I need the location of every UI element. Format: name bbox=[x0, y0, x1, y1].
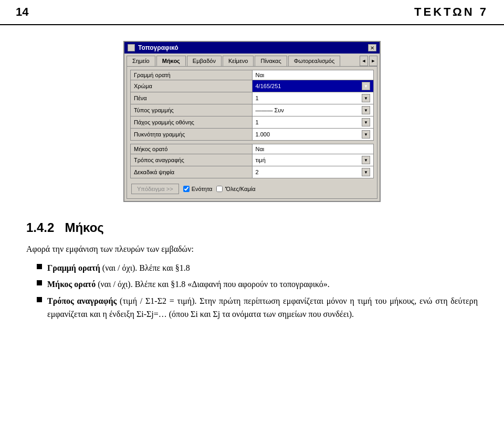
prop-value-typos[interactable]: ——— Συν ▼ bbox=[252, 104, 374, 116]
bullet-3-icon bbox=[37, 297, 42, 302]
entity-checkbox-container: Ενότητα bbox=[183, 186, 213, 192]
xroma-value-container: 4/165/251 ▼ bbox=[256, 82, 371, 90]
bullet-1-rest: (ναι / όχι). Βλέπε και §1.8 bbox=[102, 263, 190, 272]
pyknot-dropdown-btn[interactable]: ▼ bbox=[362, 130, 370, 139]
preview-button[interactable]: Υπόδειγμα >> bbox=[131, 184, 179, 194]
bullet-3-text: Τρόπος αναγραφής (τιμή / Σ1-Σ2 = τιμή). … bbox=[47, 294, 478, 321]
paxos-value-text: 1 bbox=[256, 119, 259, 125]
pyknot-value-text: 1.000 bbox=[256, 131, 270, 137]
prop-label-grammiorati: Γραμμή ορατή bbox=[131, 70, 253, 80]
tab-keimeno[interactable]: Κείμενο bbox=[223, 56, 254, 66]
dialog-titlebar: Τοπογραφικό ✕ bbox=[124, 42, 380, 54]
all-checkbox-container: 'Όλες/Καμία bbox=[216, 186, 255, 192]
bullet-1-icon bbox=[37, 264, 42, 269]
dialog-window: Τοπογραφικό ✕ Σημείο Μήκος Εμβαδόν Κείμε… bbox=[123, 41, 381, 202]
prop-row-typos: Τύπος γραμμής ——— Συν ▼ bbox=[131, 104, 374, 116]
pena-value-text: 1 bbox=[256, 95, 259, 101]
page-title: ΤΕΚΤΩΝ 7 bbox=[414, 5, 488, 19]
xroma-value-text: 4/165/251 bbox=[256, 83, 281, 89]
prop-value-dekadika[interactable]: 2 ▼ bbox=[252, 166, 374, 178]
entity-checkbox-label: Ενότητα bbox=[192, 186, 213, 192]
page-header: 14 ΤΕΚΤΩΝ 7 bbox=[0, 0, 504, 25]
dekadika-dropdown-btn[interactable]: ▼ bbox=[362, 168, 370, 176]
dialog-title: Τοπογραφικό bbox=[138, 44, 178, 51]
properties-table-1: Γραμμή ορατή Ναι Χρώμα 4/165/251 ▼ bbox=[130, 70, 374, 141]
prop-row-xroma: Χρώμα 4/165/251 ▼ bbox=[131, 80, 374, 92]
bullet-2-icon bbox=[37, 280, 42, 285]
pena-dropdown-btn[interactable]: ▼ bbox=[362, 94, 370, 102]
typos-dropdown-btn[interactable]: ▼ bbox=[362, 106, 370, 114]
prop-label-pena: Πένα bbox=[131, 92, 253, 104]
prop-value-grammiorati: Ναι bbox=[252, 70, 374, 80]
dialog-titlebar-icon bbox=[128, 44, 135, 51]
bullet-1: Γραμμή ορατή (ναι / όχι). Βλέπε και §1.8 bbox=[37, 261, 478, 275]
section-number: 1.4.2 bbox=[26, 220, 54, 235]
prop-row-dekadika: Δεκαδικά ψηφία 2 ▼ bbox=[131, 166, 374, 178]
prop-label-pyknot: Πυκνότητα γραμμής bbox=[131, 129, 253, 141]
dialog-close-button[interactable]: ✕ bbox=[368, 44, 376, 51]
bullet-3-bold: Τρόπος αναγραφής bbox=[47, 296, 117, 305]
prop-value-pyknot[interactable]: 1.000 ▼ bbox=[252, 129, 374, 141]
entity-checkbox[interactable] bbox=[183, 186, 190, 192]
prop-row-pyknot: Πυκνότητα γραμμής 1.000 ▼ bbox=[131, 129, 374, 141]
prop-row-tropos: Τρόπος αναγραφής τιμή ▼ bbox=[131, 154, 374, 166]
dialog-footer: Υπόδειγμα >> Ενότητα 'Όλες/Καμία bbox=[130, 182, 374, 195]
prop-value-pena[interactable]: 1 ▼ bbox=[252, 92, 374, 104]
dialog-titlebar-text: Τοπογραφικό bbox=[128, 44, 178, 51]
tropos-dropdown-btn[interactable]: ▼ bbox=[362, 156, 370, 164]
page-number: 14 bbox=[16, 5, 28, 19]
prop-row-mikos-orato: Μήκος ορατό Ναι bbox=[131, 144, 374, 154]
tab-prev-arrow[interactable]: ◄ bbox=[360, 56, 368, 66]
section-title: Μήκος bbox=[65, 220, 103, 235]
prop-row-grammiorати: Γραμμή ορατή Ναι bbox=[131, 70, 374, 80]
all-checkbox[interactable] bbox=[216, 186, 223, 192]
dialog-container: Τοπογραφικό ✕ Σημείο Μήκος Εμβαδόν Κείμε… bbox=[26, 41, 478, 202]
bullet-2-text: Μήκος ορατό (ναι / όχι). Βλέπε και §1.8 … bbox=[47, 278, 330, 291]
prop-label-dekadika: Δεκαδικά ψηφία bbox=[131, 166, 253, 178]
prop-label-tropos: Τρόπος αναγραφής bbox=[131, 154, 253, 166]
dekadika-value-container: 2 ▼ bbox=[256, 168, 371, 176]
typos-value-container: ——— Συν ▼ bbox=[256, 106, 371, 114]
tab-simeio[interactable]: Σημείο bbox=[127, 56, 155, 66]
tropos-value-text: τιμή bbox=[256, 157, 266, 163]
prop-label-xroma: Χρώμα bbox=[131, 80, 253, 92]
bullet-1-text: Γραμμή ορατή (ναι / όχι). Βλέπε και §1.8 bbox=[47, 261, 190, 275]
tropos-value-container: τιμή ▼ bbox=[256, 156, 371, 164]
paxos-value-container: 1 ▼ bbox=[256, 118, 371, 126]
xroma-dropdown-btn[interactable]: ▼ bbox=[362, 82, 370, 90]
intro-paragraph: Αφορά την εμφάνιση των πλευρών των εμβαδ… bbox=[26, 242, 478, 256]
prop-label-mikos-orato: Μήκος ορατό bbox=[131, 144, 253, 154]
prop-value-tropos[interactable]: τιμή ▼ bbox=[252, 154, 374, 166]
bullet-list: Γραμμή ορατή (ναι / όχι). Βλέπε και §1.8… bbox=[26, 261, 478, 321]
bullet-3: Τρόπος αναγραφής (τιμή / Σ1-Σ2 = τιμή). … bbox=[37, 294, 478, 321]
prop-value-xroma[interactable]: 4/165/251 ▼ bbox=[252, 80, 374, 92]
paxos-dropdown-btn[interactable]: ▼ bbox=[362, 118, 370, 126]
prop-row-pena: Πένα 1 ▼ bbox=[131, 92, 374, 104]
bullet-1-bold: Γραμμή ορατή bbox=[47, 263, 100, 272]
pyknot-value-container: 1.000 ▼ bbox=[256, 130, 371, 139]
tab-navigation: ◄ ► bbox=[360, 56, 377, 66]
prop-label-typos: Τύπος γραμμής bbox=[131, 104, 253, 116]
tab-fwtorealismos[interactable]: Φωτορεαλισμός bbox=[288, 56, 341, 66]
bullet-2-bold: Μήκος ορατό bbox=[47, 280, 96, 289]
properties-table-2: Μήκος ορατό Ναι Τρόπος αναγραφής τιμή ▼ bbox=[130, 144, 374, 178]
tab-next-arrow[interactable]: ► bbox=[369, 56, 377, 66]
tab-pinakas[interactable]: Πίνακας bbox=[255, 56, 287, 66]
prop-row-paxos: Πάχος γραμμής οθόνης 1 ▼ bbox=[131, 116, 374, 129]
pena-value-container: 1 ▼ bbox=[256, 94, 371, 102]
dialog-body: Γραμμή ορατή Ναι Χρώμα 4/165/251 ▼ bbox=[127, 66, 377, 199]
dialog-tabs: Σημείο Μήκος Εμβαδόν Κείμενο Πίνακας Φωτ… bbox=[124, 54, 380, 66]
typos-value-text: ——— Συν bbox=[256, 107, 284, 113]
tab-emvadon[interactable]: Εμβαδόν bbox=[187, 56, 222, 66]
main-content: Τοπογραφικό ✕ Σημείο Μήκος Εμβαδόν Κείμε… bbox=[0, 25, 504, 342]
bullet-2: Μήκος ορατό (ναι / όχι). Βλέπε και §1.8 … bbox=[37, 278, 478, 291]
dekadika-value-text: 2 bbox=[256, 169, 259, 175]
bullet-2-rest: (ναι / όχι). Βλέπε και §1.8 «Διαφανή που… bbox=[98, 280, 330, 289]
prop-label-paxos: Πάχος γραμμής οθόνης bbox=[131, 116, 253, 129]
prop-value-paxos[interactable]: 1 ▼ bbox=[252, 116, 374, 129]
section-heading-container: 1.4.2 Μήκος bbox=[26, 220, 478, 235]
tab-mikos[interactable]: Μήκος bbox=[156, 56, 186, 66]
section-heading: 1.4.2 Μήκος bbox=[26, 220, 104, 235]
all-checkbox-label: 'Όλες/Καμία bbox=[225, 186, 255, 192]
prop-value-mikos-orato: Ναι bbox=[252, 144, 374, 154]
